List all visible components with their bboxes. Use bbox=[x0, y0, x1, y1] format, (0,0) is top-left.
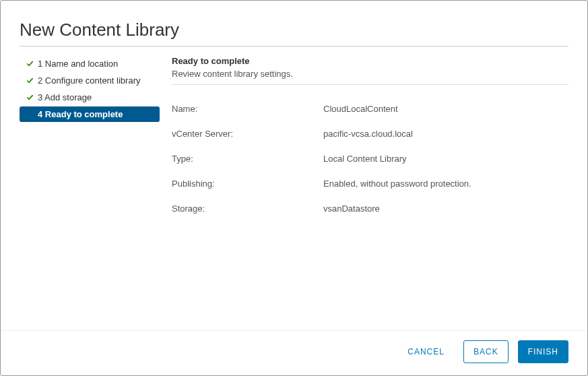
summary-row: Publishing: Enabled, without password pr… bbox=[172, 179, 568, 189]
summary-row: Name: CloudLocalContent bbox=[172, 104, 568, 114]
step-name-and-location[interactable]: 1 Name and location bbox=[20, 56, 160, 71]
step-label: 3 Add storage bbox=[38, 92, 92, 102]
modal-title: New Content Library bbox=[20, 20, 568, 40]
wizard-footer: CANCEL BACK FINISH bbox=[1, 330, 587, 375]
summary-row: vCenter Server: pacific-vcsa.cloud.local bbox=[172, 129, 568, 139]
summary-value: pacific-vcsa.cloud.local bbox=[323, 129, 568, 139]
back-button[interactable]: BACK bbox=[463, 340, 509, 363]
step-label: 2 Configure content library bbox=[38, 75, 140, 86]
summary-value: Local Content Library bbox=[323, 154, 568, 164]
section-title: Ready to complete bbox=[172, 56, 568, 66]
summary-label: Publishing: bbox=[172, 179, 323, 189]
wizard-content: Ready to complete Review content library… bbox=[160, 56, 568, 228]
summary-label: vCenter Server: bbox=[172, 129, 323, 139]
cancel-button[interactable]: CANCEL bbox=[398, 340, 454, 363]
check-icon bbox=[26, 60, 34, 67]
step-label: 1 Name and location bbox=[38, 59, 118, 69]
summary-value: CloudLocalContent bbox=[323, 104, 568, 114]
step-label: 4 Ready to complete bbox=[38, 109, 123, 119]
summary-row: Storage: vsanDatastore bbox=[172, 203, 568, 214]
summary-row: Type: Local Content Library bbox=[172, 154, 568, 164]
step-configure-content-library[interactable]: 2 Configure content library bbox=[20, 73, 160, 88]
step-ready-to-complete[interactable]: 4 Ready to complete bbox=[20, 106, 160, 122]
new-content-library-modal: New Content Library 1 Name and location … bbox=[0, 0, 588, 376]
summary-value: Enabled, without password protection. bbox=[323, 179, 568, 189]
summary-label: Type: bbox=[172, 154, 323, 164]
check-icon bbox=[26, 94, 34, 101]
section-divider bbox=[172, 84, 568, 85]
section-subtitle: Review content library settings. bbox=[172, 69, 568, 79]
divider bbox=[20, 46, 568, 46]
check-icon bbox=[26, 77, 34, 84]
summary-label: Name: bbox=[172, 104, 323, 114]
wizard-steps: 1 Name and location 2 Configure content … bbox=[20, 56, 160, 228]
summary-value: vsanDatastore bbox=[323, 203, 568, 214]
finish-button[interactable]: FINISH bbox=[518, 340, 568, 363]
summary-label: Storage: bbox=[172, 203, 323, 214]
step-add-storage[interactable]: 3 Add storage bbox=[20, 90, 160, 105]
